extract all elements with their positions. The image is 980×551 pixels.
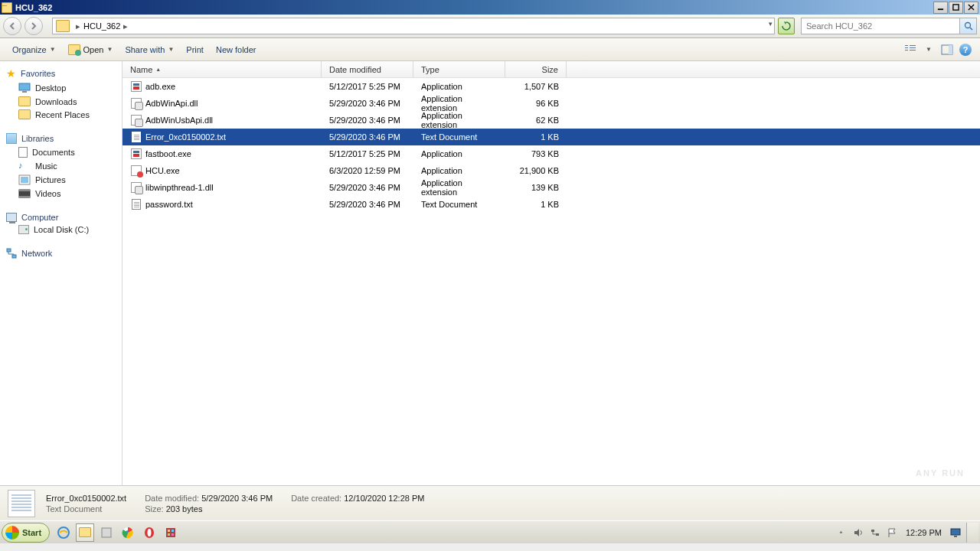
tray-network-icon[interactable] [869, 527, 881, 539]
file-row[interactable]: Error_0xc0150002.txt5/29/2020 3:46 PMTex… [122, 129, 980, 145]
sidebar-item-documents[interactable]: Documents [0, 145, 122, 159]
search-input[interactable] [802, 21, 959, 31]
taskbar-app1[interactable] [97, 523, 116, 542]
column-size[interactable]: Size [505, 61, 567, 77]
start-button[interactable]: Start [2, 523, 50, 543]
file-row[interactable]: fastboot.exe5/12/2017 5:25 PMApplication… [122, 145, 980, 162]
address-bar[interactable]: ▸HCU_362▸ ▾ [52, 18, 775, 34]
open-button[interactable]: Open▼ [62, 42, 119, 57]
dll-icon [130, 114, 142, 126]
svg-rect-1 [953, 5, 959, 10]
favorites-header[interactable]: ★Favorites [0, 66, 122, 81]
file-row[interactable]: adb.exe5/12/2017 5:25 PMApplication1,507… [122, 78, 980, 95]
search-box[interactable] [801, 18, 977, 34]
svg-rect-16 [19, 190, 30, 191]
star-icon: ★ [6, 67, 16, 80]
organize-button[interactable]: Organize▼ [6, 43, 62, 57]
taskbar-explorer[interactable] [76, 523, 94, 542]
sidebar-item-localdisk[interactable]: Local Disk (C:) [0, 223, 122, 236]
svg-rect-4 [905, 47, 908, 48]
newfolder-button[interactable]: New folder [210, 43, 263, 57]
file-name: fastboot.exe [145, 149, 191, 158]
sidebar-item-music[interactable]: ♪Music [0, 159, 122, 173]
close-button[interactable] [964, 2, 978, 14]
svg-rect-6 [910, 45, 916, 46]
view-dropdown[interactable]: ▼ [920, 41, 937, 58]
refresh-button[interactable] [778, 18, 795, 34]
maximize-button[interactable] [949, 2, 963, 14]
file-row[interactable]: password.txt5/29/2020 3:46 PMText Docume… [122, 196, 980, 213]
tray-flag-icon[interactable] [886, 527, 898, 539]
command-bar: Organize▼ Open▼ Share with▼ Print New fo… [0, 38, 980, 61]
exe-icon [130, 80, 142, 93]
print-button[interactable]: Print [180, 43, 210, 57]
column-name[interactable]: Name▲ [122, 61, 322, 77]
tray-monitor-icon[interactable] [949, 527, 962, 539]
taskbar-chrome[interactable] [119, 523, 137, 542]
file-row[interactable]: AdbWinUsbApi.dll5/29/2020 3:46 PMApplica… [122, 112, 980, 129]
taskbar-app2[interactable] [162, 523, 180, 542]
column-date[interactable]: Date modified [322, 61, 413, 77]
svg-rect-12 [22, 91, 27, 93]
file-size: 62 KB [505, 116, 567, 125]
svg-rect-18 [7, 249, 11, 252]
folder-icon [18, 96, 31, 106]
open-icon [68, 44, 80, 55]
tray-expand-icon[interactable]: ⋆ [835, 527, 848, 539]
file-name: AdbWinApi.dll [145, 99, 198, 108]
taskbar-opera[interactable] [140, 523, 158, 542]
network-header[interactable]: Network [0, 246, 122, 260]
file-name: adb.exe [145, 82, 175, 91]
libraries-icon [6, 133, 17, 144]
windows-orb-icon [5, 526, 19, 540]
txt-icon [130, 198, 142, 210]
help-button[interactable]: ? [957, 41, 974, 58]
taskbar-ie[interactable] [54, 523, 73, 542]
file-size: 96 KB [505, 99, 567, 108]
column-type[interactable]: Type [413, 61, 505, 77]
folder-icon [56, 20, 70, 32]
network-icon [6, 248, 17, 259]
minimize-button[interactable] [933, 2, 948, 14]
file-size: 21,900 KB [505, 166, 567, 175]
svg-rect-19 [12, 255, 16, 258]
txt-icon [130, 131, 142, 143]
sidebar-item-desktop[interactable]: Desktop [0, 81, 122, 95]
file-type: Application [413, 149, 505, 158]
preview-pane-button[interactable] [939, 41, 956, 58]
file-type: Application extension [413, 178, 505, 197]
file-date: 5/29/2020 3:46 PM [322, 116, 413, 125]
view-button[interactable] [902, 41, 919, 58]
sidebar-item-recent[interactable]: Recent Places [0, 108, 122, 121]
column-headers: Name▲ Date modified Type Size [122, 61, 980, 78]
breadcrumb-item[interactable]: HCU_362 [83, 21, 120, 31]
share-button[interactable]: Share with▼ [119, 43, 180, 57]
file-date: 5/29/2020 3:46 PM [322, 99, 413, 108]
sidebar-item-videos[interactable]: Videos [0, 187, 122, 201]
svg-rect-30 [172, 533, 174, 536]
libraries-header[interactable]: Libraries [0, 132, 122, 145]
address-dropdown-icon[interactable]: ▾ [769, 20, 773, 28]
file-type: Text Document [413, 200, 505, 209]
nav-pane: ★Favorites Desktop Downloads Recent Plac… [0, 61, 122, 485]
forward-button[interactable] [24, 17, 43, 35]
hcu-icon [130, 165, 142, 177]
file-date: 5/29/2020 3:46 PM [322, 132, 413, 142]
taskbar-clock[interactable]: 12:29 PM [903, 528, 945, 537]
sidebar-item-pictures[interactable]: Pictures [0, 173, 122, 187]
computer-header[interactable]: Computer [0, 211, 122, 223]
file-row[interactable]: libwinpthread-1.dll5/29/2020 3:46 PMAppl… [122, 179, 980, 196]
file-row[interactable]: AdbWinApi.dll5/29/2020 3:46 PMApplicatio… [122, 95, 980, 112]
sidebar-item-downloads[interactable]: Downloads [0, 95, 122, 108]
details-filetype: Text Document [46, 504, 126, 514]
file-date: 5/29/2020 3:46 PM [322, 200, 413, 209]
search-button[interactable] [959, 18, 976, 34]
file-type: Text Document [413, 132, 505, 142]
show-desktop-button[interactable] [966, 523, 978, 543]
file-row[interactable]: HCU.exe6/3/2020 12:59 PMApplication21,90… [122, 162, 980, 179]
file-name: password.txt [145, 200, 193, 209]
file-size: 1 KB [505, 200, 567, 209]
tray-volume-icon[interactable] [852, 527, 864, 539]
dll-icon [130, 181, 142, 194]
back-button[interactable] [3, 17, 21, 35]
